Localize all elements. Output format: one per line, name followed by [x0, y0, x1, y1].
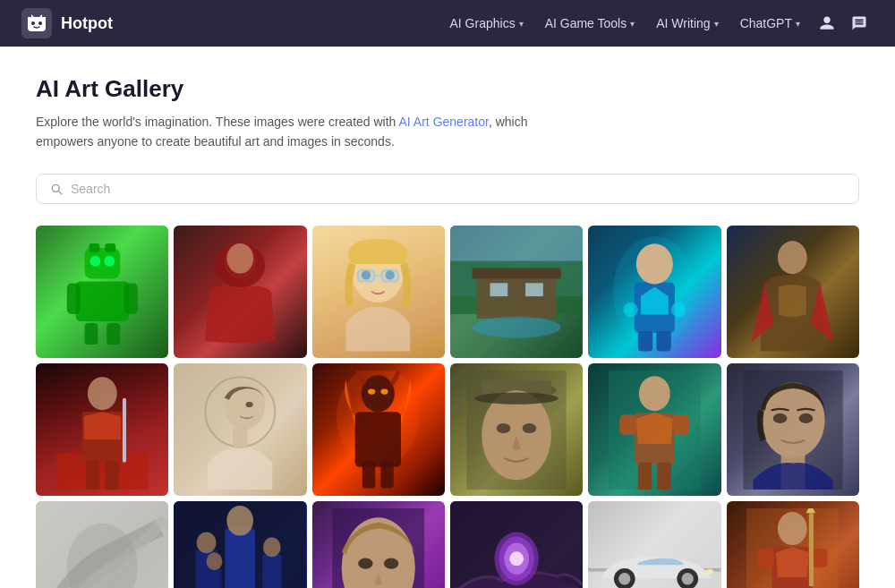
logo-text: Hotpot: [61, 14, 113, 33]
chevron-down-icon: ▾: [796, 19, 800, 29]
gallery-item[interactable]: [450, 501, 583, 588]
gallery-item[interactable]: [727, 501, 859, 588]
chevron-down-icon: ▾: [714, 19, 719, 29]
page-description: Explore the world's imagination. These i…: [36, 112, 573, 152]
gallery-item[interactable]: [588, 363, 720, 496]
nav-ai-graphics[interactable]: AI Graphics ▾: [441, 11, 533, 36]
nav-chatgpt[interactable]: ChatGPT ▾: [731, 11, 809, 36]
nav-ai-game-tools[interactable]: AI Game Tools ▾: [536, 11, 644, 36]
art-generator-link[interactable]: AI Art Generator: [399, 115, 489, 129]
gallery-item[interactable]: [312, 226, 445, 358]
nav-links: AI Graphics ▾ AI Game Tools ▾ AI Writing…: [441, 9, 874, 38]
search-input[interactable]: [71, 182, 846, 196]
chat-icon-button[interactable]: [845, 9, 874, 38]
gallery-item[interactable]: [36, 226, 168, 358]
gallery-item[interactable]: [450, 363, 583, 496]
logo-icon: [21, 8, 52, 38]
search-bar: [36, 174, 859, 204]
search-icon: [49, 182, 64, 196]
user-icon: [819, 15, 835, 31]
page-title: AI Art Gallery: [36, 75, 859, 103]
gallery-item[interactable]: [727, 363, 859, 496]
chat-icon: [851, 15, 867, 31]
gallery-item[interactable]: [727, 226, 859, 358]
gallery-item[interactable]: [36, 363, 168, 496]
svg-point-2: [38, 21, 42, 25]
gallery-item[interactable]: [36, 501, 168, 588]
svg-point-1: [31, 21, 35, 25]
gallery-item[interactable]: [312, 501, 445, 588]
gallery-item[interactable]: [174, 501, 306, 588]
gallery-item[interactable]: [174, 363, 306, 496]
gallery-grid: [36, 226, 859, 588]
logo-link[interactable]: Hotpot: [21, 8, 113, 38]
gallery-item[interactable]: [588, 226, 720, 358]
gallery-item[interactable]: [312, 363, 445, 496]
nav-ai-writing[interactable]: AI Writing ▾: [647, 11, 727, 36]
gallery-item[interactable]: [174, 226, 306, 358]
chevron-down-icon: ▾: [519, 19, 524, 29]
user-icon-button[interactable]: [813, 9, 841, 38]
gallery-item[interactable]: [450, 226, 583, 358]
gallery-item[interactable]: [588, 501, 720, 588]
chevron-down-icon: ▾: [630, 19, 635, 29]
